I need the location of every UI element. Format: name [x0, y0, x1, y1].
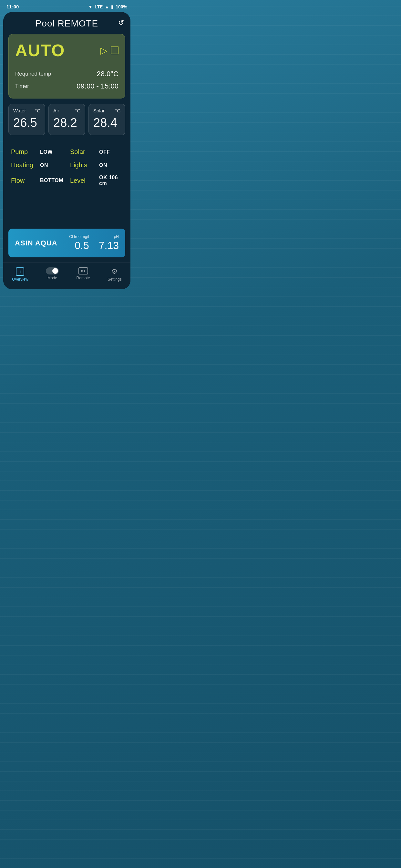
signal-label: LTE — [95, 4, 103, 9]
flow-item[interactable]: Flow BOTTOM — [11, 175, 64, 186]
air-temp-header: Air °C — [53, 108, 81, 113]
nav-settings-label: Settings — [107, 277, 121, 282]
asin-card[interactable]: ASIN AQUA Cl free mg/l 0.5 pH 7.13 — [8, 228, 125, 257]
nav-mode[interactable]: Mode — [41, 266, 64, 283]
required-temp-label: Required temp. — [15, 71, 53, 77]
signal-bars-icon: ▲ — [104, 4, 109, 9]
auto-card: AUTO ▷ Required temp. 28.0°C Timer 09:00… — [8, 34, 125, 98]
app-header: Pool REMOTE ↺ — [3, 12, 130, 34]
settings-icon: ⚙ — [112, 268, 118, 276]
overview-icon: i — [16, 268, 24, 276]
pump-solar-row: Pump LOW Solar OFF — [11, 148, 123, 156]
air-temp-card: Air °C 28.2 — [49, 104, 85, 135]
level-label: Level — [70, 177, 96, 184]
status-time: 11:00 — [6, 4, 19, 9]
status-section: Pump LOW Solar OFF Heating ON Lights ON — [3, 142, 130, 228]
temp-cards: Water °C 26.5 Air °C 28.2 Solar °C 28.4 — [8, 104, 125, 135]
level-item[interactable]: Level OK 106 cm — [70, 175, 123, 186]
ph-value: 7.13 — [99, 240, 119, 252]
water-unit: °C — [35, 108, 40, 113]
app-title: Pool REMOTE — [35, 19, 98, 29]
water-temp-card: Water °C 26.5 — [8, 104, 45, 135]
solar-item[interactable]: Solar OFF — [70, 148, 123, 156]
pump-value: LOW — [40, 149, 53, 155]
mode-icon — [46, 268, 59, 275]
heating-value: ON — [40, 162, 48, 168]
required-temp-value: 28.0°C — [96, 70, 119, 78]
pump-item[interactable]: Pump LOW — [11, 148, 64, 156]
nav-overview-label: Overview — [12, 277, 28, 282]
auto-mode-label: AUTO — [15, 41, 65, 60]
refresh-button[interactable]: ↺ — [118, 19, 124, 27]
solar-value: 28.4 — [93, 116, 120, 130]
flow-value: BOTTOM — [40, 178, 63, 183]
nav-overview[interactable]: i Overview — [7, 266, 33, 283]
solar-label: Solar — [93, 108, 104, 113]
auto-header: AUTO ▷ — [15, 41, 119, 60]
asin-readings: Cl free mg/l 0.5 pH 7.13 — [69, 235, 119, 252]
wifi-icon: ▼ — [88, 4, 93, 9]
lights-value: ON — [99, 162, 107, 168]
water-value: 26.5 — [13, 116, 40, 130]
required-temp-row: Required temp. 28.0°C — [15, 70, 119, 78]
auto-info: Required temp. 28.0°C Timer 09:00 - 15:0… — [15, 70, 119, 90]
nav-remote-label: Remote — [76, 276, 90, 280]
level-value: OK 106 cm — [99, 175, 123, 186]
air-value: 28.2 — [53, 116, 81, 130]
cl-reading: Cl free mg/l 0.5 — [69, 235, 89, 252]
flow-label: Flow — [11, 177, 37, 184]
status-bar: 11:00 ▼ LTE ▲ ▮ 100% — [0, 0, 134, 12]
lights-item[interactable]: Lights ON — [70, 161, 123, 169]
heating-item[interactable]: Heating ON — [11, 161, 64, 169]
lights-label: Lights — [70, 161, 96, 169]
phone-container: 11:00 ▼ LTE ▲ ▮ 100% Pool REMOTE ↺ AUTO … — [0, 0, 134, 289]
bottom-nav: i Overview Mode 0 1 Remote ⚙ Settings — [3, 262, 130, 289]
timer-row: Timer 09:00 - 15:00 — [15, 82, 119, 90]
air-unit: °C — [75, 108, 81, 113]
nav-settings[interactable]: ⚙ Settings — [102, 266, 127, 283]
remote-icon: 0 1 — [79, 268, 88, 275]
auto-controls: ▷ — [100, 45, 119, 56]
solar-temp-header: Solar °C — [93, 108, 120, 113]
solar-status-value: OFF — [99, 149, 110, 155]
ph-label: pH — [114, 235, 119, 239]
flow-level-row: Flow BOTTOM Level OK 106 cm — [11, 175, 123, 186]
solar-status-label: Solar — [70, 148, 96, 156]
solar-temp-card: Solar °C 28.4 — [89, 104, 125, 135]
cl-value: 0.5 — [74, 240, 89, 252]
status-right: ▼ LTE ▲ ▮ 100% — [88, 4, 127, 9]
cl-label: Cl free mg/l — [69, 235, 89, 239]
app-card: Pool REMOTE ↺ AUTO ▷ Required temp. 28.0… — [3, 12, 130, 289]
heating-lights-row: Heating ON Lights ON — [11, 161, 123, 169]
ph-reading: pH 7.13 — [99, 235, 119, 252]
timer-value: 09:00 - 15:00 — [76, 82, 119, 90]
nav-mode-label: Mode — [48, 276, 57, 280]
pump-label: Pump — [11, 148, 37, 156]
solar-unit: °C — [115, 108, 120, 113]
stop-icon[interactable] — [111, 46, 119, 54]
asin-label: ASIN AQUA — [15, 239, 58, 247]
nav-remote[interactable]: 0 1 Remote — [71, 266, 95, 283]
heating-label: Heating — [11, 161, 37, 169]
play-icon[interactable]: ▷ — [100, 45, 107, 56]
battery-icon: ▮ — [111, 4, 114, 9]
air-label: Air — [53, 108, 59, 113]
battery-level: 100% — [116, 4, 127, 9]
water-label: Water — [13, 108, 26, 113]
timer-label: Timer — [15, 83, 29, 89]
water-temp-header: Water °C — [13, 108, 40, 113]
